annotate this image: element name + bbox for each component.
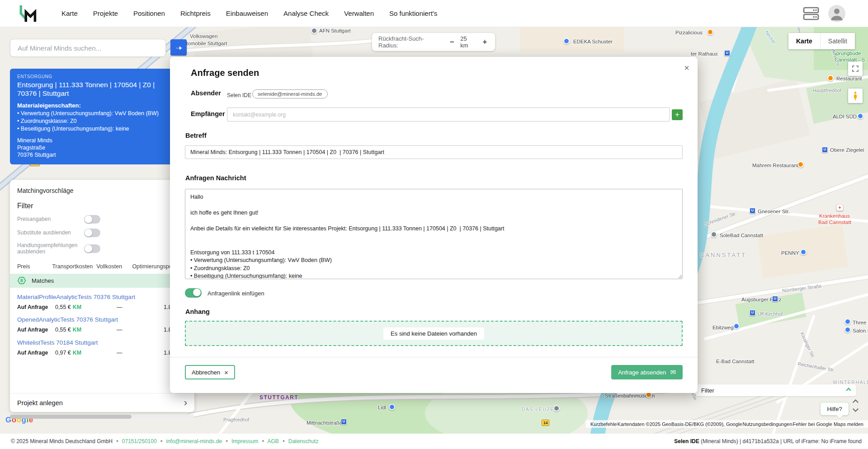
material-prop: • Zuordnungsklasse: Z0 bbox=[17, 118, 187, 124]
add-recipient-button[interactable]: + bbox=[672, 109, 683, 120]
footer-legal: © 2025 Mineral Minds Deutschland GmbH • … bbox=[11, 438, 318, 444]
subject-input[interactable] bbox=[185, 145, 683, 159]
cancel-label: Abbrechen bbox=[192, 369, 220, 376]
match-link[interactable]: MaterialProfileAnalyticTests 70376 Stutt… bbox=[17, 294, 187, 300]
match-vollkosten: — bbox=[103, 350, 142, 356]
match-link[interactable]: OpenedAnalyticTests 70376 Stuttgart bbox=[17, 316, 187, 323]
server-list-icon[interactable] bbox=[802, 7, 820, 20]
help-label: Hilfe? bbox=[827, 406, 842, 412]
nav-item-so-funktionierts[interactable]: So funktioniert's bbox=[389, 9, 437, 17]
material-props-heading: Materialeigenschaften: bbox=[17, 102, 187, 109]
cancel-button[interactable]: Abbrechen × bbox=[185, 365, 235, 379]
recipient-label: Empfänger bbox=[191, 110, 225, 117]
dialog-footer-divider bbox=[170, 357, 698, 357]
message-label: Anfragen Nachricht bbox=[185, 174, 246, 182]
transport-unit: KM bbox=[73, 327, 81, 333]
match-transport: 0,55 €KM bbox=[55, 327, 103, 333]
matches-section-header[interactable]: Matches bbox=[10, 274, 194, 288]
create-project-button[interactable]: Projekt anlegen › bbox=[10, 393, 194, 412]
chevron-down-icon bbox=[853, 406, 859, 412]
nav-item-positionen[interactable]: Positionen bbox=[133, 9, 165, 17]
matches-table-header: Preis Transportkosten Vollkosten Optimie… bbox=[17, 263, 187, 270]
search-input[interactable] bbox=[10, 39, 165, 56]
recipient-input[interactable] bbox=[227, 108, 670, 122]
map-attribution: Kurzbefehle Kartendaten ©2025 GeoBasis-D… bbox=[586, 420, 868, 428]
transport-unit: KM bbox=[73, 350, 81, 356]
session-details: (Mineral Minds) | d4171b1a532a | URL of … bbox=[699, 438, 862, 444]
material-prop: • Verwertung (Untersuchungsumfang): VwV … bbox=[17, 110, 187, 117]
toggle-label-handlungsempfehlungen: Handlungsempfehlungen ausblenden bbox=[17, 242, 84, 255]
close-icon[interactable]: × bbox=[684, 63, 689, 72]
attachment-dropzone[interactable]: Es sind keine Dateien vorhanden bbox=[185, 321, 683, 346]
footer-datenschutz-link[interactable]: Datenschutz bbox=[288, 438, 319, 444]
send-label: Anfrage absenden bbox=[618, 369, 666, 376]
material-prop: • Beseitigung (Untersuchungsumfang): kei… bbox=[17, 126, 187, 132]
map-filter-drawer-handle[interactable]: Filter bbox=[695, 384, 856, 396]
footer-impressum-link[interactable]: Impressum bbox=[231, 438, 258, 444]
chevron-right-icon: › bbox=[184, 398, 187, 408]
col-preis: Preis bbox=[17, 263, 52, 270]
send-request-button[interactable]: Anfrage absenden ✉ bbox=[611, 365, 683, 379]
message-textarea[interactable]: Hallo ich hoffe es geht Ihnen gut! Anbei… bbox=[185, 189, 683, 279]
user-avatar[interactable] bbox=[828, 5, 845, 22]
search-box bbox=[10, 39, 166, 57]
person-icon bbox=[828, 5, 845, 22]
footer-email-link[interactable]: info@mineral-minds.de bbox=[166, 438, 222, 444]
send-request-dialog: Anfrage senden × Absender Selen IDE sele… bbox=[170, 57, 698, 393]
pegman-icon bbox=[852, 91, 859, 100]
nav-item-verwalten[interactable]: Verwalten bbox=[344, 9, 374, 17]
close-icon: × bbox=[224, 369, 228, 376]
project-summary-card[interactable]: ENTSORGUNG Entsorgung | 111.333 Tonnen |… bbox=[10, 69, 194, 164]
match-price: Auf Anfrage bbox=[17, 304, 55, 310]
nav-item-richtpreis[interactable]: Richtpreis bbox=[180, 9, 211, 17]
panel-horizontal-scrollbar-thumb[interactable] bbox=[10, 415, 132, 419]
company-name: Mineral Minds bbox=[17, 137, 187, 144]
nav-item-einbauweisen[interactable]: Einbauweisen bbox=[226, 9, 268, 17]
project-type-tag: ENTSORGUNG bbox=[17, 74, 187, 79]
match-price: Auf Anfrage bbox=[17, 327, 55, 333]
radius-increase-button[interactable]: + bbox=[481, 38, 489, 46]
footer-agb-link[interactable]: AGB bbox=[268, 438, 279, 444]
create-project-label: Projekt anlegen bbox=[17, 399, 63, 407]
filter-heading: Filter bbox=[17, 202, 187, 210]
directions-button[interactable] bbox=[170, 39, 187, 56]
radius-decrease-button[interactable]: − bbox=[448, 38, 456, 46]
request-link-toggle[interactable] bbox=[185, 288, 202, 298]
company-street: Pragstraße bbox=[17, 145, 187, 151]
nav-item-karte[interactable]: Karte bbox=[61, 9, 78, 17]
attribution-nutzungsbedingungen[interactable]: Nutzungsbedingungen bbox=[743, 421, 793, 427]
chevron-up-icon bbox=[853, 399, 859, 405]
col-transportkosten: Transportkosten bbox=[52, 263, 96, 270]
mineral-minds-logo[interactable] bbox=[17, 4, 37, 23]
match-link[interactable]: WhitelistTests 70184 Stuttgart bbox=[17, 339, 187, 346]
panel-horizontal-scrollbar-track[interactable] bbox=[10, 415, 194, 419]
app-window: AFN StuttgartVolkswagenAutomobile Stuttg… bbox=[0, 0, 868, 449]
footer-phone-link[interactable]: 07151/250100 bbox=[122, 438, 157, 444]
nav-menu: Karte Projekte Positionen Richtpreis Ein… bbox=[61, 9, 437, 17]
attribution-kurzbefehle[interactable]: Kurzbefehle bbox=[590, 421, 617, 427]
map-type-karte[interactable]: Karte bbox=[788, 33, 820, 49]
map-tilt-control[interactable] bbox=[854, 400, 858, 411]
toggle-handlungsempfehlungen[interactable] bbox=[84, 244, 100, 253]
match-row: Auf Anfrage 0,97 €KM — 1.808 bbox=[17, 350, 187, 356]
toggle-substitute[interactable] bbox=[84, 229, 100, 237]
map-type-satellit[interactable]: Satellit bbox=[820, 33, 855, 49]
map-type-switcher: Karte Satellit bbox=[788, 33, 855, 49]
match-row: Auf Anfrage 0,55 €KM — 1.855 bbox=[17, 327, 187, 333]
pegman-button[interactable] bbox=[848, 89, 863, 103]
backhaul-radius-control: Rückfracht-Such-Radius: − 25 km + bbox=[372, 33, 495, 51]
match-row: Auf Anfrage 0,55 €KM — 1.855 bbox=[17, 304, 187, 310]
sender-email-chip: selenide@mineral-minds.de bbox=[252, 89, 328, 98]
attribution-fehler-melden[interactable]: Fehler bei Google Maps melden bbox=[793, 421, 863, 427]
page-footer: © 2025 Mineral Minds Deutschland GmbH • … bbox=[0, 434, 868, 449]
sender-label: Absender bbox=[191, 89, 221, 97]
fullscreen-button[interactable] bbox=[848, 61, 863, 76]
toggle-preisangaben[interactable] bbox=[84, 215, 100, 224]
dialog-title: Anfrage senden bbox=[191, 68, 259, 78]
directions-arrow-icon bbox=[174, 42, 184, 52]
help-button[interactable]: Hilfe? bbox=[820, 402, 849, 416]
chevron-up-icon bbox=[846, 388, 851, 393]
nav-item-projekte[interactable]: Projekte bbox=[93, 9, 118, 17]
nav-item-analyse-check[interactable]: Analyse Check bbox=[283, 9, 329, 17]
toggle-label-preisangaben: Preisangaben bbox=[17, 216, 84, 222]
